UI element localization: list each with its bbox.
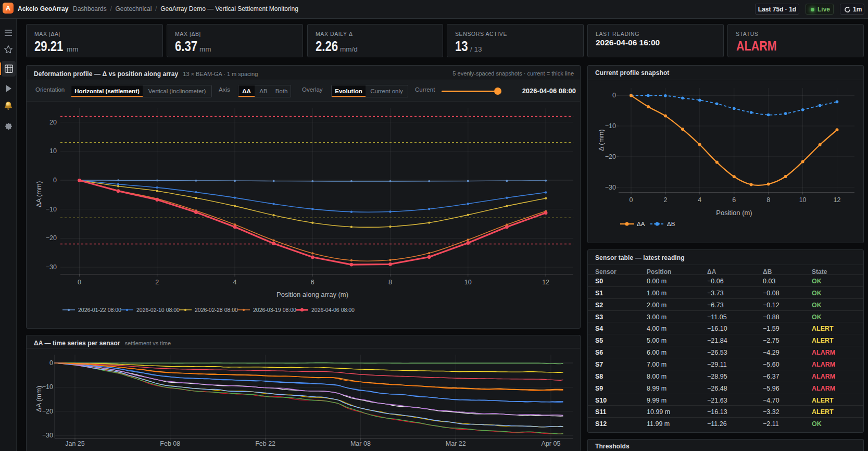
svg-text:ΔA (mm): ΔA (mm) [35, 181, 43, 208]
svg-text:−20: −20 [42, 408, 53, 415]
svg-text:2026-02-28 08:00: 2026-02-28 08:00 [195, 307, 238, 313]
svg-text:8: 8 [766, 196, 770, 204]
svg-text:0: 0 [78, 279, 81, 286]
svg-text:−10: −10 [605, 122, 616, 130]
svg-text:6: 6 [732, 196, 736, 204]
svg-text:4: 4 [233, 279, 237, 286]
svg-text:Apr 05: Apr 05 [542, 440, 561, 447]
svg-text:−10: −10 [42, 383, 53, 391]
svg-text:ΔA (mm): ΔA (mm) [35, 386, 43, 412]
svg-text:Position (m): Position (m) [716, 209, 752, 217]
svg-text:6: 6 [311, 279, 315, 286]
svg-text:0: 0 [630, 196, 633, 204]
svg-text:Mar 22: Mar 22 [446, 440, 466, 447]
svg-text:0: 0 [612, 92, 616, 99]
svg-text:−30: −30 [46, 264, 57, 271]
svg-text:0: 0 [53, 177, 57, 184]
svg-text:10: 10 [799, 196, 807, 204]
svg-text:−30: −30 [42, 432, 53, 439]
svg-text:2026-03-19 08:00: 2026-03-19 08:00 [253, 307, 296, 313]
svg-text:−20: −20 [605, 153, 616, 160]
svg-text:12: 12 [834, 196, 841, 204]
svg-text:2026-04-06 08:00: 2026-04-06 08:00 [311, 307, 355, 313]
svg-text:ΔB: ΔB [667, 221, 675, 227]
svg-text:2: 2 [663, 196, 667, 204]
svg-text:−20: −20 [46, 234, 57, 242]
svg-text:Jan 25: Jan 25 [65, 440, 85, 447]
svg-text:12: 12 [542, 279, 549, 286]
svg-text:Position along array (m): Position along array (m) [276, 291, 348, 298]
svg-text:Feb 08: Feb 08 [160, 440, 180, 447]
svg-text:0: 0 [49, 359, 53, 367]
svg-text:Mar 08: Mar 08 [350, 440, 371, 447]
svg-text:ΔA: ΔA [637, 221, 645, 227]
svg-text:10: 10 [464, 279, 472, 286]
svg-text:4: 4 [698, 196, 701, 204]
svg-text:Feb 22: Feb 22 [255, 440, 275, 447]
svg-text:2026-02-10 08:00: 2026-02-10 08:00 [136, 307, 180, 313]
svg-text:8: 8 [388, 279, 392, 286]
svg-text:−10: −10 [46, 206, 57, 213]
svg-text:Δ (mm): Δ (mm) [597, 129, 605, 151]
svg-text:10: 10 [49, 147, 57, 155]
svg-text:2026-01-22 08:00: 2026-01-22 08:00 [78, 307, 121, 313]
svg-text:20: 20 [49, 119, 57, 126]
svg-text:−30: −30 [605, 184, 616, 191]
svg-text:2: 2 [155, 279, 159, 286]
